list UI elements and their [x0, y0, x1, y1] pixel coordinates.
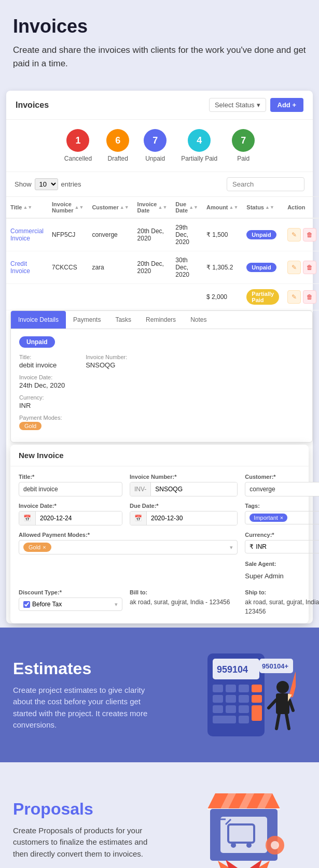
col-invoice-date: InvoiceDate ▲▼: [133, 197, 172, 219]
row-customer: zara: [88, 251, 133, 284]
invoice-number-input[interactable]: [151, 482, 237, 496]
title-input[interactable]: [19, 482, 122, 496]
row-customer: [88, 284, 133, 310]
search-input[interactable]: [227, 177, 304, 191]
action-buttons: ✎ 🗑: [287, 290, 316, 304]
status-counts-row: 1 Cancelled 6 Drafted 7 Unpaid 4 Partial…: [6, 120, 313, 172]
svg-point-38: [246, 843, 252, 848]
status-item-partially-paid[interactable]: 4 Partially Paid: [181, 129, 217, 162]
svg-line-20: [289, 700, 293, 710]
currency-value: INR: [19, 402, 65, 409]
svg-rect-11: [213, 705, 223, 713]
invoices-panel: Invoices Select Status ▾ Add + 1 Cancell…: [6, 91, 313, 623]
row-title[interactable]: [6, 284, 48, 310]
edit-button[interactable]: ✎: [287, 261, 301, 274]
popup-tab-tasks[interactable]: Tasks: [108, 311, 138, 329]
estimates-text: Estimates Create project estimates to gi…: [13, 659, 192, 731]
select-status-label: Select Status: [215, 101, 255, 109]
svg-point-17: [276, 681, 289, 693]
currency-select[interactable]: ₹ INR ▾: [245, 540, 319, 553]
row-title[interactable]: Credit Invoice: [6, 251, 48, 284]
form-customer: Customer:*: [245, 474, 319, 496]
popup-tab-notes[interactable]: Notes: [183, 311, 214, 329]
table-row: Credit Invoice 7CKCCS zara 20th Dec, 202…: [6, 251, 319, 284]
action-buttons: ✎ 🗑: [287, 228, 316, 241]
payment-modes-label: Payment Modes:: [19, 415, 65, 421]
row-amount: $ 2,000: [202, 284, 242, 310]
col-amount: Amount ▲▼: [202, 197, 242, 219]
row-amount: ₹ 1,305.2: [202, 251, 242, 284]
svg-rect-12: [226, 705, 236, 713]
invoice-date-value: 24th Dec, 2020: [19, 381, 65, 389]
row-status: Unpaid: [242, 218, 283, 251]
detail-payment-row: Payment Modes: Gold: [19, 415, 65, 430]
action-buttons: ✎ 🗑: [287, 261, 316, 274]
popup-tab-invoice-details[interactable]: Invoice Details: [11, 311, 66, 329]
col-due-date: DueDate ▲▼: [171, 197, 202, 219]
table-controls: Show 10 25 50 entries: [6, 172, 313, 196]
currency-label: Currency:: [19, 394, 65, 401]
detail-currency-row: Currency: INR: [19, 394, 65, 409]
form-tags: Tags: Important ×: [245, 503, 319, 525]
row-due-date: 29th Dec, 2020: [171, 218, 202, 251]
svg-rect-4: [226, 685, 236, 692]
title-value: debit invoice: [19, 361, 65, 369]
new-invoice-form: Title:* Invoice Number:* INV- Customer:*: [19, 474, 300, 616]
tag-label: Important: [254, 515, 278, 521]
invoice-number-value: SNSOQG: [86, 361, 127, 369]
status-item-unpaid[interactable]: 7 Unpaid: [144, 129, 167, 162]
discount-type-value: Before Tax: [32, 601, 113, 608]
discount-checkbox[interactable]: [23, 601, 30, 608]
svg-text:950104+: 950104+: [262, 662, 288, 670]
add-invoice-button[interactable]: Add +: [270, 98, 303, 112]
svg-rect-16: [239, 716, 249, 723]
popup-tab-payments[interactable]: Payments: [66, 311, 108, 329]
invoice-status-badge: Unpaid: [19, 336, 55, 348]
row-title[interactable]: Commercial Invoice: [6, 218, 48, 251]
status-badge: Partially Paid: [246, 289, 279, 305]
status-item-paid[interactable]: 7 Paid: [232, 129, 255, 162]
edit-button[interactable]: ✎: [287, 228, 301, 241]
entries-select[interactable]: 10 25 50: [35, 178, 58, 190]
popup-tab-reminders[interactable]: Reminders: [138, 311, 183, 329]
svg-rect-5: [239, 685, 249, 692]
select-status-dropdown[interactable]: Select Status ▾: [209, 98, 266, 112]
svg-rect-13: [239, 705, 249, 713]
row-action: ✎ 🗑: [283, 251, 319, 284]
invoice-number-label: Invoice Number:*: [130, 474, 238, 480]
svg-line-19: [269, 700, 276, 708]
hero-title: Invoices: [13, 16, 306, 37]
edit-button[interactable]: ✎: [287, 290, 301, 304]
svg-rect-25: [289, 672, 296, 698]
mode-tag-close-icon[interactable]: ×: [43, 544, 46, 550]
bill-to-label: Bill to:: [130, 589, 238, 595]
estimates-section: Estimates Create project estimates to gi…: [0, 628, 319, 762]
status-item-cancelled[interactable]: 1 Cancelled: [64, 129, 92, 162]
delete-button[interactable]: 🗑: [303, 228, 316, 241]
row-invoice-date: 20th Dec, 2020: [133, 251, 172, 284]
svg-point-40: [271, 841, 279, 849]
delete-button[interactable]: 🗑: [303, 261, 316, 274]
estimates-visual: 959104 950104+: [192, 643, 306, 747]
status-circle-2: 7: [144, 129, 167, 152]
table-row: Commercial Invoice NFP5CJ converge 20th …: [6, 218, 319, 251]
customer-label: Customer:*: [245, 474, 319, 480]
discount-chevron-icon: ▾: [115, 601, 118, 608]
tag-close-icon[interactable]: ×: [280, 515, 283, 521]
show-label: Show: [15, 180, 32, 188]
col-invoice-number: InvoiceNumber ▲▼: [48, 197, 88, 219]
form-currency: Currency:* ₹ INR ▾: [245, 532, 319, 554]
entries-label: entries: [61, 180, 81, 188]
invoice-number-label: Invoice Number:: [86, 354, 127, 360]
chevron-down-icon: ▾: [257, 101, 260, 109]
svg-rect-6: [252, 685, 262, 692]
title-label: Title:: [19, 354, 65, 360]
calendar-due-icon: 📅: [130, 511, 147, 525]
panel-header: Invoices Select Status ▾ Add +: [6, 91, 313, 120]
invoice-date-input[interactable]: [36, 511, 122, 525]
customer-input[interactable]: [245, 482, 319, 496]
delete-button[interactable]: 🗑: [303, 290, 316, 304]
due-date-input[interactable]: [147, 511, 237, 525]
status-item-drafted[interactable]: 6 Drafted: [106, 129, 129, 162]
row-customer: converge: [88, 218, 133, 251]
